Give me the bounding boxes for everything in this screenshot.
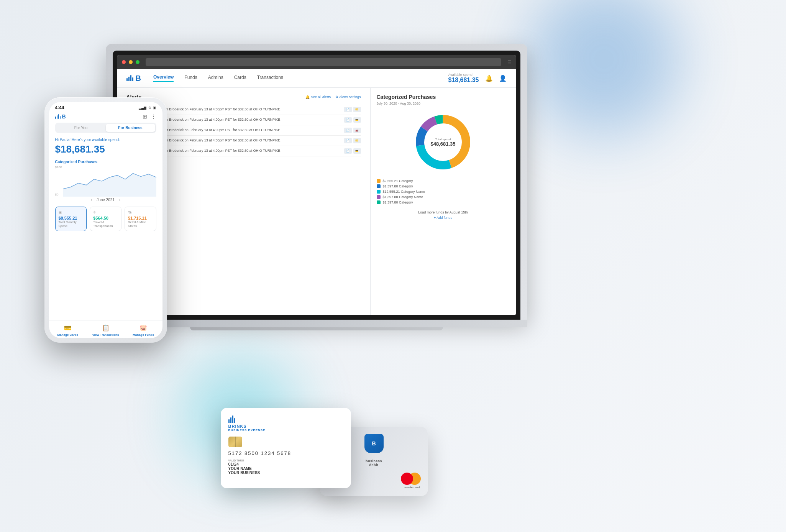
traffic-light-yellow[interactable] xyxy=(129,60,133,64)
nav-transactions[interactable]: Transactions xyxy=(257,75,283,82)
available-spend-display: Available spend $18,681.35 xyxy=(448,73,479,84)
alert-icons-1: 📄 💳 xyxy=(344,107,361,112)
categorized-purchases-title: Categorized Purchases xyxy=(377,94,510,100)
nav-right: Available spend $18,681.35 🔔 👤 xyxy=(448,73,506,84)
manage-cards-icon: 💳 xyxy=(64,324,72,332)
phone-stat-travel-icon: ✈ xyxy=(93,210,118,214)
phone-nav-manage-funds[interactable]: 🐷 Manage Funds xyxy=(125,324,162,337)
bell-icon[interactable]: 🔔 xyxy=(485,75,493,82)
card-business-name: YOUR BUSINESS xyxy=(228,471,260,475)
phone-tab-for-you[interactable]: For You xyxy=(56,124,106,132)
alert-car-icon[interactable]: 🚗 xyxy=(353,128,361,133)
logo-b: B xyxy=(136,74,141,83)
phone-logo-bar-3 xyxy=(58,114,59,119)
nav-overview[interactable]: Overview xyxy=(153,74,174,82)
card-bottom: VALID THRU 01/24 YOUR NAME YOUR BUSINESS xyxy=(228,459,343,475)
donut-center-label: Total spend xyxy=(430,138,455,141)
card-bar-1 xyxy=(228,419,230,423)
nav-funds[interactable]: Funds xyxy=(184,75,197,82)
alert-icons-2: 📄 💳 xyxy=(344,117,361,123)
manage-funds-icon: 🐷 xyxy=(139,324,147,332)
brinks-logo: B xyxy=(126,74,141,83)
current-month: June 2021 xyxy=(97,198,115,202)
phone-greeting: Hi Paula! Here's your available spend: xyxy=(55,138,156,142)
phone-nav-view-transactions[interactable]: 📋 View Transactions xyxy=(87,324,125,337)
phone-stats: ▣ $8,555.21 Total Monthly Spend ✈ $564.5… xyxy=(55,207,156,231)
add-funds-link[interactable]: + Add funds xyxy=(377,216,510,220)
alert-doc-icon[interactable]: 📄 xyxy=(344,148,352,154)
card-holder-name: YOUR NAME xyxy=(228,466,260,471)
logo-bars xyxy=(126,75,133,81)
phone-logo-bar-4 xyxy=(60,116,61,119)
phone-stat-total-icon: ▣ xyxy=(59,210,84,214)
app-nav: B Overview Funds Admins Cards Transactio… xyxy=(117,69,516,88)
alert-icons-5: 📄 💳 xyxy=(344,148,361,154)
phone-nav: 💳 Manage Cards 📋 View Transactions 🐷 Man… xyxy=(49,320,162,338)
legend-item-2: $1,397.80 Category xyxy=(377,184,510,188)
phone-nav-manage-cards[interactable]: 💳 Manage Cards xyxy=(49,324,87,337)
donut-center-amount: $48,681.35 xyxy=(430,141,455,147)
phone-stat-retail[interactable]: 🛍 $1,715.11 Retail & Misc Stores xyxy=(125,207,156,231)
legend-item-1: $2,555.21 Category xyxy=(377,179,510,183)
logo-bar-3 xyxy=(130,75,131,81)
phone-grid-icon[interactable]: ⊞ xyxy=(143,113,147,120)
card-brinks-text: BRINKS xyxy=(228,424,266,429)
phone-chart-ymin: $0 xyxy=(55,193,59,196)
categorized-purchases-date: July 30, 2020 - Aug 30, 2020 xyxy=(377,102,510,105)
next-month-button[interactable]: › xyxy=(119,198,120,202)
card-chip xyxy=(228,437,242,447)
phone-balance: $18,681.35 xyxy=(55,143,156,155)
legend-item-5: $1,397.80 Category xyxy=(377,200,510,204)
prev-month-button[interactable]: ‹ xyxy=(91,198,92,202)
phone-status-icons: ▂▄▆ ⊙ ▣ xyxy=(139,106,156,110)
phone-logo: B xyxy=(55,113,66,120)
card-bar-2 xyxy=(230,417,231,423)
alert-card-icon[interactable]: 💳 xyxy=(353,148,361,154)
user-icon[interactable]: 👤 xyxy=(499,75,507,82)
alert-doc-icon[interactable]: 📄 xyxy=(344,138,352,143)
browser-menu-icon[interactable]: ≡ xyxy=(507,59,511,66)
legend-dot-1 xyxy=(377,179,381,183)
nav-items: Overview Funds Admins Cards Transactions xyxy=(153,74,283,82)
legend-text-2: $1,397.80 Category xyxy=(383,184,413,188)
alert-card-icon[interactable]: 💳 xyxy=(353,117,361,123)
alert-icons-3: 📄 🚗 xyxy=(344,128,361,133)
mastercard-red-circle xyxy=(401,473,413,485)
laptop-body: ≡ xyxy=(106,44,527,320)
phone-tab-for-business[interactable]: For Business xyxy=(106,124,155,132)
logo-bar-1 xyxy=(126,78,128,81)
app-content: B Overview Funds Admins Cards Transactio… xyxy=(117,69,516,315)
alerts-settings-link[interactable]: ⚙ Alerts settings xyxy=(335,95,361,99)
traffic-light-green[interactable] xyxy=(136,60,139,64)
manage-funds-label: Manage Funds xyxy=(133,333,154,337)
chart-fill xyxy=(63,173,156,197)
address-bar[interactable] xyxy=(146,58,502,66)
phone-stat-travel-label: Travel & Transportation xyxy=(93,220,118,228)
phone-stat-retail-amount: $1,715.11 xyxy=(128,216,153,220)
alert-card-icon[interactable]: 💳 xyxy=(353,107,361,112)
phone-stat-total[interactable]: ▣ $8,555.21 Total Monthly Spend xyxy=(55,207,87,231)
wifi-icon: ⊙ xyxy=(148,106,151,110)
signal-icon: ▂▄▆ xyxy=(139,106,146,110)
alert-card-icon[interactable]: 💳 xyxy=(353,138,361,143)
donut-wrap: Total spend $48,681.35 xyxy=(412,112,474,173)
nav-admins[interactable]: Admins xyxy=(208,75,223,82)
view-transactions-label: View Transactions xyxy=(92,333,119,337)
alert-doc-icon[interactable]: 📄 xyxy=(344,117,352,123)
legend-item-4: $1,397.80 Category Name xyxy=(377,195,510,199)
battery-icon: ▣ xyxy=(153,106,156,110)
see-all-alerts-link[interactable]: 🔔 See all alerts xyxy=(305,95,331,99)
phone-stat-travel[interactable]: ✈ $564.50 Travel & Transportation xyxy=(90,207,121,231)
donut-center: Total spend $48,681.35 xyxy=(430,138,455,147)
alert-doc-icon[interactable]: 📄 xyxy=(344,107,352,112)
phone: 4:44 ▂▄▆ ⊙ ▣ B ⊞ xyxy=(44,97,167,343)
donut-chart-container: Total spend $48,681.35 xyxy=(377,112,510,173)
nav-cards[interactable]: Cards xyxy=(234,75,246,82)
legend: $2,555.21 Category $1,397.80 Category $1… xyxy=(377,179,510,204)
card-expiry: 01/24 xyxy=(228,462,260,466)
bg-glow-blue xyxy=(527,0,681,136)
phone-more-icon[interactable]: ⋮ xyxy=(151,113,156,120)
card-number: 5172 8500 1234 5678 xyxy=(228,450,343,456)
alert-doc-icon[interactable]: 📄 xyxy=(344,128,352,133)
traffic-light-red[interactable] xyxy=(122,60,126,64)
